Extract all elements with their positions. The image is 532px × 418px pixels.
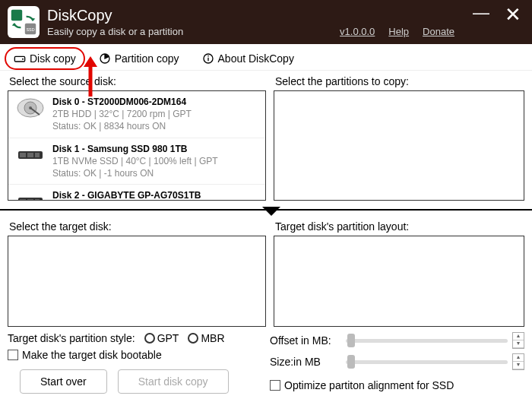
app-icon: SSD [8, 6, 40, 38]
size-spinner[interactable]: ▲▼ [512, 353, 524, 370]
partitions-list[interactable] [274, 90, 524, 201]
disk-details: 2TB HDD | 32°C | 7200 rpm | GPT [52, 108, 259, 120]
svg-rect-22 [35, 199, 40, 201]
source-disk-list[interactable]: Disk 0 - ST2000DM006-2DM1642TB HDD | 32°… [8, 90, 266, 201]
partition-icon [99, 52, 111, 65]
svg-text:SSD: SSD [26, 27, 34, 32]
svg-point-6 [22, 59, 24, 60]
disk-info: Disk 1 - Samsung SSD 980 1TB1TB NVMe SSD… [52, 143, 259, 180]
offset-spinner[interactable]: ▲▼ [512, 332, 524, 349]
disk-name: Disk 0 - ST2000DM006-2DM164 [52, 96, 259, 108]
minimize-button[interactable]: — [470, 5, 492, 21]
checkbox-make-bootable[interactable]: Make the target disk bootable [8, 347, 262, 363]
svg-rect-16 [20, 153, 26, 157]
title-bar: SSD DiskCopy Easily copy a disk or a par… [0, 0, 532, 44]
source-disk-label: Select the source disk: [8, 72, 266, 90]
app-subtitle: Easily copy a disk or a partition [47, 26, 340, 37]
disk-info: Disk 0 - ST2000DM006-2DM1642TB HDD | 32°… [52, 96, 259, 133]
checkbox-icon [8, 350, 18, 360]
disk-icon [14, 52, 26, 65]
tab-label: Partition copy [115, 52, 179, 65]
flow-divider [0, 204, 532, 216]
offset-label: Offset in MB: [270, 334, 341, 347]
checkbox-icon [270, 380, 280, 391]
disk-item[interactable]: Disk 2 - GIGABYTE GP-AG70S1TB1TB NVMe SS… [8, 185, 265, 201]
tab-label: Disk copy [30, 52, 76, 65]
svg-rect-21 [27, 199, 33, 201]
svg-rect-20 [20, 199, 26, 201]
ssd-icon [14, 143, 46, 167]
disk-name: Disk 2 - GIGABYTE GP-AG70S1TB [52, 189, 259, 201]
disk-name: Disk 1 - Samsung SSD 980 1TB [52, 143, 259, 155]
svg-rect-0 [11, 10, 22, 21]
radio-icon [144, 333, 155, 344]
tab-about[interactable]: About DiskCopy [193, 47, 303, 70]
version-link[interactable]: v1.0.0.0 [340, 26, 375, 37]
svg-rect-17 [27, 153, 33, 157]
start-over-button[interactable]: Start over [20, 369, 107, 394]
app-title: DiskCopy [47, 7, 340, 24]
target-layout-label: Target disk's partition layout: [274, 217, 524, 236]
partition-style-label: Target disk's partition style: [8, 332, 135, 344]
checkbox-optimize-ssd[interactable]: Optimize partiton alignment for SSD [270, 377, 524, 394]
disk-status: Status: OK | 8834 hours ON [52, 120, 259, 132]
help-link[interactable]: Help [388, 26, 409, 37]
svg-rect-19 [18, 198, 43, 201]
svg-rect-18 [35, 153, 40, 157]
tab-label: About DiskCopy [218, 52, 294, 65]
tab-disk-copy[interactable]: Disk copy [5, 47, 85, 70]
radio-icon [188, 333, 198, 344]
tab-bar: Disk copy Partition copy About DiskCopy [0, 44, 532, 71]
close-button[interactable]: ✕ [502, 5, 524, 24]
tab-partition-copy[interactable]: Partition copy [90, 47, 188, 70]
svg-point-10 [207, 55, 209, 57]
info-icon [202, 52, 214, 65]
offset-slider[interactable] [346, 339, 508, 343]
radio-gpt[interactable]: GPT [144, 332, 179, 344]
target-disk-list[interactable] [8, 236, 266, 327]
hdd-icon [14, 96, 46, 120]
size-label: Size:in MB [270, 356, 341, 368]
disk-info: Disk 2 - GIGABYTE GP-AG70S1TB1TB NVMe SS… [52, 189, 259, 201]
disk-item[interactable]: Disk 0 - ST2000DM006-2DM1642TB HDD | 32°… [8, 91, 265, 138]
radio-mbr[interactable]: MBR [188, 332, 224, 344]
ssd-icon [14, 189, 46, 201]
disk-status: Status: OK | -1 hours ON [52, 167, 259, 179]
partitions-label: Select the partitions to copy: [274, 72, 524, 90]
disk-details: 1TB NVMe SSD | 40°C | 100% left | GPT [52, 155, 259, 167]
target-disk-label: Select the target disk: [8, 217, 266, 236]
donate-link[interactable]: Donate [423, 26, 454, 37]
start-disk-copy-button[interactable]: Start disk copy [118, 369, 229, 394]
disk-item[interactable]: Disk 1 - Samsung SSD 980 1TB1TB NVMe SSD… [8, 138, 265, 185]
target-layout-panel[interactable] [274, 236, 524, 327]
size-slider[interactable] [346, 360, 508, 364]
